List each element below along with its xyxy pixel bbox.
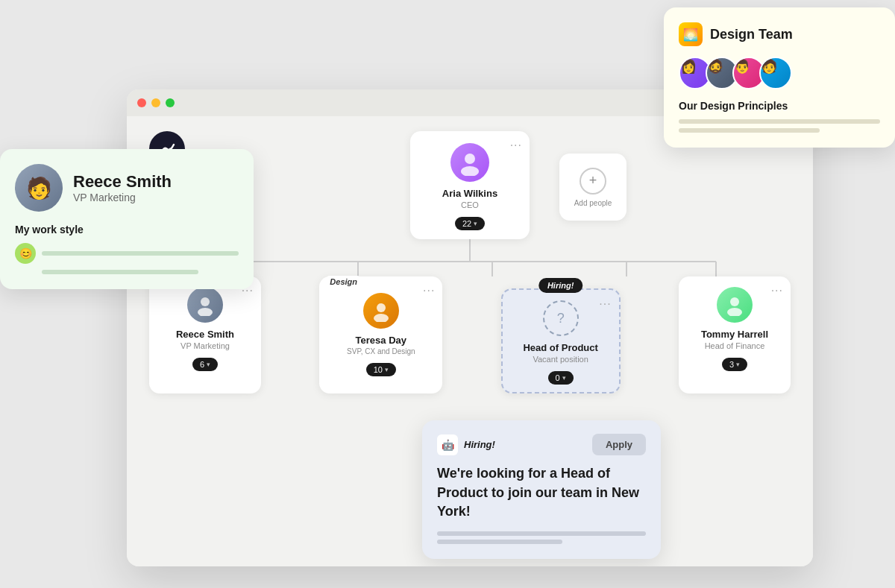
tommy-count: 3 [729,360,734,369]
svg-point-13 [377,303,386,312]
svg-point-15 [730,297,739,306]
teresa-chevron-icon: ▾ [385,366,389,373]
add-people-label: Add people [574,199,612,207]
ceo-chevron-icon: ▾ [474,220,477,227]
profile-avatar: 🧑 [15,164,63,212]
hiring-badge: Hiring! [538,278,582,293]
teresa-role: SVP, CX and Design [328,347,433,355]
profile-role: VP Marketing [73,192,172,203]
svg-point-10 [461,166,479,176]
hiring-popup: 🤖 Hiring! Apply We're looking for a Head… [422,420,661,559]
head-product-role: Vacant position [512,355,610,364]
teresa-card-menu[interactable]: ··· [423,284,435,297]
teresa-count: 10 [374,365,383,374]
style-bar-1 [42,251,239,256]
hiring-popup-lines [437,531,646,544]
svg-point-14 [374,314,389,322]
teresa-avatar [363,293,399,329]
reece-count: 6 [200,360,204,369]
head-product-count-badge[interactable]: 0 ▾ [548,371,574,385]
design-team-icon: 🌅 [679,22,703,46]
design-team-name: Design Team [710,27,793,42]
traffic-light-green[interactable] [166,98,175,107]
design-team-card: 🌅 Design Team 👩 🧔 👨 🧑 Our Design Princip… [664,7,895,148]
popup-line-2 [437,540,562,544]
traffic-light-yellow[interactable] [151,98,160,107]
tommy-role: Head of Finance [688,341,782,350]
ceo-name: Aria Wilkins [421,188,519,199]
principle-line-2 [679,128,820,133]
head-product-menu[interactable]: ··· [599,297,611,311]
style-row: 😊 [15,243,239,264]
team-avatars: 👩 🧔 👨 🧑 [679,57,880,89]
style-bar-2 [42,270,198,274]
tommy-count-badge[interactable]: 3 ▾ [722,358,747,371]
profile-name: Reece Smith [73,172,172,192]
ceo-count-badge[interactable]: 22 ▾ [455,217,485,230]
reece-count-badge[interactable]: 6 ▾ [192,358,218,371]
reece-chevron-icon: ▾ [207,361,210,368]
vacant-avatar: ? [543,300,579,336]
design-label: Design [327,276,360,288]
reece-avatar [187,287,223,323]
principle-lines [679,119,880,133]
svg-point-9 [465,154,475,164]
svg-point-12 [198,308,213,316]
hiring-popup-title-text: Hiring! [464,439,495,450]
ceo-role: CEO [421,200,519,209]
tommy-card: ··· Tommy Harrell Head of Finance 3 ▾ [679,276,791,393]
teresa-name: Teresa Day [328,335,433,346]
teresa-count-badge[interactable]: 10 ▾ [366,363,396,376]
reece-name: Reece Smith [158,329,252,340]
hiring-popup-icon: 🤖 [437,434,458,455]
style-emoji-icon: 😊 [15,243,36,264]
principle-line-1 [679,119,880,124]
teresa-card: Design ··· Teresa Day SVP, CX and Design… [319,276,442,393]
tommy-name: Tommy Harrell [688,329,782,340]
reece-card: ··· Reece Smith VP Marketing 6 ▾ [149,276,261,393]
traffic-light-red[interactable] [137,98,146,107]
tommy-avatar [717,287,753,323]
ceo-card-menu[interactable]: ··· [510,139,522,152]
tommy-card-menu[interactable]: ··· [771,284,783,297]
ceo-card: ··· Aria Wilkins CEO 22 ▾ [410,131,530,239]
add-people-card[interactable]: + Add people [559,154,626,221]
head-product-name: Head of Product [512,342,610,353]
hiring-popup-body: We're looking for a Head of Product to j… [437,464,646,521]
tommy-chevron-icon: ▾ [736,361,740,368]
svg-point-11 [201,297,210,306]
ceo-avatar [450,143,489,182]
add-circle-icon: + [580,168,606,195]
popup-line-1 [437,531,646,536]
head-product-chevron-icon: ▾ [562,374,566,382]
team-avatar-4: 🧑 [759,57,792,89]
svg-point-16 [727,308,742,316]
head-of-product-card: Hiring! ··· ? Head of Product Vacant pos… [501,288,621,393]
reece-role: VP Marketing [158,341,252,350]
head-product-count: 0 [556,373,560,382]
work-style-label: My work style [15,224,239,235]
ceo-count: 22 [462,219,471,228]
apply-button[interactable]: Apply [592,434,646,455]
design-principles-label: Our Design Principles [679,100,880,112]
profile-card: 🧑 Reece Smith VP Marketing My work style… [0,149,254,289]
